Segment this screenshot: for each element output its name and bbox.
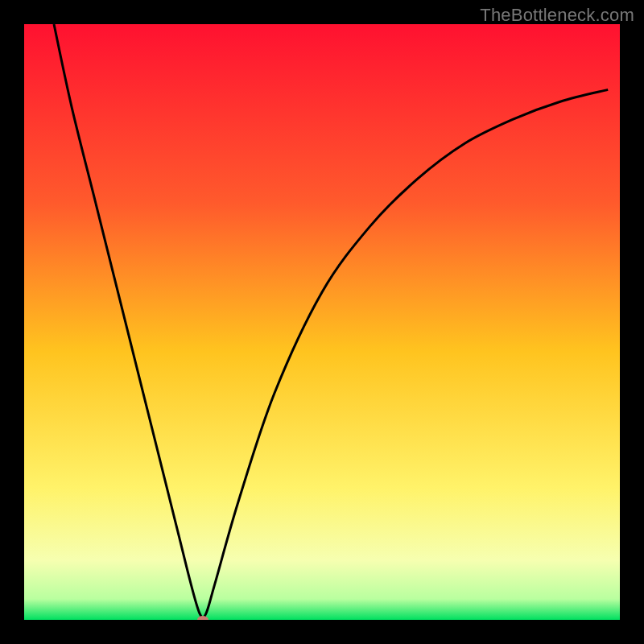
optimal-point-marker bbox=[197, 616, 208, 620]
curve-layer bbox=[24, 24, 620, 620]
bottleneck-curve bbox=[54, 24, 608, 617]
plot-area bbox=[24, 24, 620, 620]
watermark-text: TheBottleneck.com bbox=[480, 5, 634, 26]
chart-frame: TheBottleneck.com bbox=[0, 0, 644, 644]
